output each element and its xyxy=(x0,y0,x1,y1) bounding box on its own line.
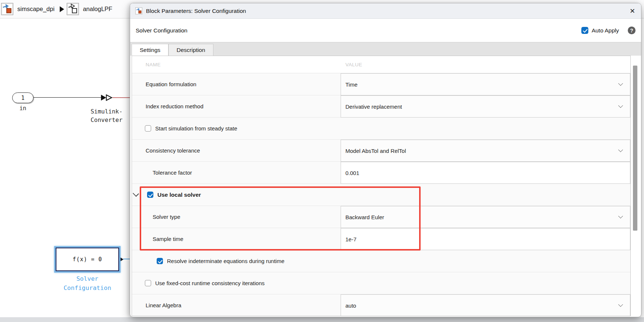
breadcrumb-separator-icon xyxy=(60,6,64,12)
param-name: Use fixed-cost runtime consistency itera… xyxy=(155,280,265,286)
param-name: Consistency tolerance xyxy=(132,140,341,162)
vertical-scrollbar-thumb[interactable] xyxy=(633,66,637,231)
param-name: Resolve indeterminate equations during r… xyxy=(167,258,285,264)
dialog-titlebar: Block Parameters: Solver Configuration ✕ xyxy=(130,3,641,19)
table-row: Start simulation from steady state xyxy=(132,118,630,140)
param-name: Equation formulation xyxy=(132,73,341,95)
param-checkbox-cell: Start simulation from steady state xyxy=(132,118,630,140)
inport-number: 1 xyxy=(21,95,24,101)
param-checkbox-cell: Resolve indeterminate equations during r… xyxy=(132,250,630,272)
inport-block[interactable]: 1 xyxy=(12,92,34,103)
chevron-down-icon xyxy=(618,103,623,108)
dialog-subtitle-row: Solver Configuration Auto Apply ? xyxy=(130,19,641,42)
param-value-dropdown[interactable]: Derivative replacement xyxy=(341,95,630,118)
param-value-dropdown[interactable]: Time xyxy=(341,73,630,95)
param-name: Start simulation from steady state xyxy=(155,125,237,132)
param-name: Use local solver xyxy=(157,192,201,198)
param-checkbox-cell: Use fixed-cost runtime consistency itera… xyxy=(132,272,630,294)
name-column-header: NAME xyxy=(132,56,341,73)
solver-block-port-icon xyxy=(121,258,123,261)
param-name: Sample time xyxy=(132,228,341,250)
simulink-model-icon xyxy=(1,3,13,15)
param-value: Time xyxy=(345,81,358,88)
table-row: Consistency toleranceModel AbsTol and Re… xyxy=(132,140,630,162)
signal-arrow-icon xyxy=(101,95,106,101)
param-value-dropdown[interactable]: auto xyxy=(341,294,630,316)
auto-apply-checkbox[interactable] xyxy=(581,27,588,34)
chevron-down-icon xyxy=(618,81,623,86)
param-value: 0.001 xyxy=(345,170,359,176)
tab-settings[interactable]: Settings xyxy=(132,44,168,56)
inport-block-label: in xyxy=(12,105,34,112)
table-row: Resolve indeterminate equations during r… xyxy=(132,250,630,272)
solver-block-label: Solver Configuration xyxy=(56,274,118,293)
port-arrow-icon xyxy=(106,94,113,102)
checkbox-checked[interactable] xyxy=(147,192,153,198)
parameters-table: NAME VALUE Equation formulationTimeIndex… xyxy=(132,56,631,316)
breadcrumb-item-analoglpf[interactable]: analogLPF xyxy=(66,3,116,15)
signal-line[interactable] xyxy=(34,97,101,98)
param-value: Derivative replacement xyxy=(345,104,402,110)
auto-apply-control: Auto Apply xyxy=(581,27,619,34)
param-value-field[interactable]: 0.001 xyxy=(341,162,630,184)
value-column-header: VALUE xyxy=(341,56,630,73)
highlighted-signal-line[interactable] xyxy=(112,97,130,98)
tab-description[interactable]: Description xyxy=(168,44,213,56)
param-value: auto xyxy=(345,302,356,309)
table-row: Linear Algebraauto xyxy=(132,294,630,316)
param-name: Index reduction method xyxy=(132,95,341,118)
checkbox-unchecked[interactable] xyxy=(145,125,151,132)
checkbox-unchecked[interactable] xyxy=(145,280,151,286)
param-value-dropdown[interactable]: Model AbsTol and RelTol xyxy=(341,140,630,162)
dialog-subtitle: Solver Configuration xyxy=(136,27,581,34)
chevron-down-icon xyxy=(618,147,623,152)
close-icon[interactable]: ✕ xyxy=(630,8,635,14)
auto-apply-label: Auto Apply xyxy=(592,27,619,34)
dialog-tabstrip: Settings Description xyxy=(130,42,641,56)
solver-configuration-block[interactable]: f(x) = 0 xyxy=(54,246,121,273)
chevron-down-icon xyxy=(618,302,623,307)
breadcrumb-label[interactable]: simscape_dpi xyxy=(17,6,55,13)
block-parameters-dialog: Block Parameters: Solver Configuration ✕… xyxy=(130,3,641,317)
param-checkbox-cell: Use local solver xyxy=(132,184,630,206)
checkbox-checked[interactable] xyxy=(157,258,163,264)
dialog-title-icon xyxy=(135,7,142,14)
dialog-title: Block Parameters: Solver Configuration xyxy=(146,8,626,14)
param-value-dropdown[interactable]: Backward Euler xyxy=(341,206,630,228)
table-row: Tolerance factor0.001 xyxy=(132,162,630,184)
table-row: Equation formulationTime xyxy=(132,73,630,95)
param-value: Backward Euler xyxy=(345,214,384,220)
table-row: Use local solver xyxy=(132,184,630,206)
help-icon[interactable]: ? xyxy=(628,27,636,34)
breadcrumb-item-simscape-dpi[interactable]: simscape_dpi xyxy=(0,3,58,15)
breadcrumb-label[interactable]: analogLPF xyxy=(83,6,112,13)
solver-block-wire[interactable] xyxy=(123,259,130,259)
solver-block-equation: f(x) = 0 xyxy=(56,248,119,271)
param-name: Linear Algebra xyxy=(132,294,341,316)
screen: simscape_dpi analogLPF 1 in xyxy=(0,0,644,322)
subsystem-icon xyxy=(67,3,79,15)
table-header: NAME VALUE xyxy=(132,56,630,73)
param-name: Tolerance factor xyxy=(132,162,341,184)
table-row: Use fixed-cost runtime consistency itera… xyxy=(132,272,630,294)
param-value: Model AbsTol and RelTol xyxy=(345,148,406,154)
converter-block-label: Simulink- Converter xyxy=(77,107,136,124)
table-row: Index reduction methodDerivative replace… xyxy=(132,95,630,118)
table-row: Sample time1e-7 xyxy=(132,228,630,250)
param-value: 1e-7 xyxy=(345,236,356,242)
param-name: Solver type xyxy=(132,206,341,228)
chevron-down-icon xyxy=(618,214,623,218)
parameter-rows: Equation formulationTimeIndex reduction … xyxy=(132,73,630,316)
table-row: Solver typeBackward Euler xyxy=(132,206,630,228)
param-value-field[interactable]: 1e-7 xyxy=(341,228,630,250)
